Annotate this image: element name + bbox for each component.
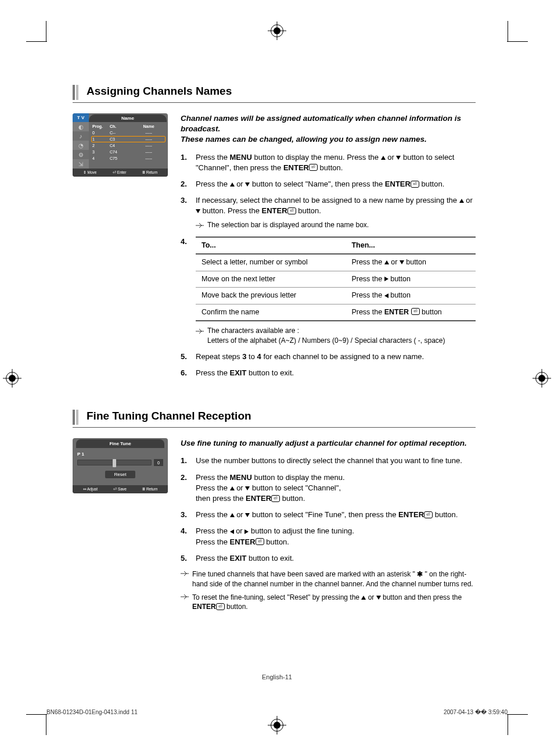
sub-note: The selection bar is displayed around th…: [207, 220, 369, 231]
osd-sidebar-icons: ◐ ♪ ◔ ⚙ ⇲: [73, 122, 89, 169]
footnote: Fine tuned channels that have been saved…: [181, 569, 476, 589]
heading-text: Assigning Channels Names: [87, 85, 232, 100]
enter-icon: ⏎: [411, 181, 419, 188]
enter-icon: ⏎: [256, 538, 264, 545]
heading-text: Fine Tuning Channel Reception: [87, 410, 251, 425]
print-footer: BN68-01234D-01Eng-0413.indd 11 2007-04-1…: [46, 709, 508, 715]
down-arrow-icon: [400, 260, 404, 264]
enter-icon: ⏎: [271, 495, 280, 502]
step-item: Repeat steps 3 to 4 for each channel to …: [181, 352, 476, 362]
table-header: Then...: [346, 237, 476, 255]
osd-hint-return: Ⅲ Return: [142, 170, 157, 175]
left-arrow-icon: [230, 529, 234, 534]
table-row: Select a letter, number or symbol Press …: [196, 254, 476, 271]
slider-thumb-icon: [113, 459, 116, 467]
step-item: Press the EXIT button to exit.: [181, 553, 476, 564]
osd-col-name: Name: [133, 124, 164, 128]
step-item: To... Then... Select a letter, number or…: [181, 237, 476, 346]
step-item: Press the or button to adjust the fine t…: [181, 526, 476, 547]
setup-icon: ⚙: [73, 150, 89, 159]
enter-icon: ⏎: [216, 603, 225, 610]
source-file: BN68-01234D-01Eng-0413.indd 11: [46, 709, 138, 715]
note-arrow-icon: [196, 326, 207, 346]
channel-icon: ◔: [73, 141, 89, 150]
registration-mark-icon: [271, 719, 283, 732]
up-arrow-icon: [384, 260, 389, 264]
step-item: Press the MENU button to display the men…: [181, 472, 476, 504]
table-row: Move back the previous letter Press the …: [196, 288, 476, 304]
osd-name-menu: T V Name ◐ ♪ ◔ ⚙ ⇲ Prog. Ch.: [73, 113, 168, 177]
enter-icon: ⏎: [309, 164, 318, 171]
print-timestamp: 2007-04-13 �� 3:59:40: [444, 709, 508, 715]
input-icon: ⇲: [73, 159, 89, 169]
up-arrow-icon: [230, 182, 235, 187]
osd-row: 4 C75 -----: [91, 155, 166, 162]
note-arrow-icon: [196, 220, 207, 231]
step-item: If necessary, select the channel to be a…: [181, 195, 476, 231]
registration-mark-icon: [535, 372, 548, 385]
fine-tune-slider: [77, 460, 152, 465]
up-arrow-icon: [381, 156, 386, 160]
step-item: Press the or button to select "Name", th…: [181, 179, 476, 189]
footnote: To reset the fine-tuning, select "Reset"…: [181, 593, 476, 612]
enter-icon: ⏎: [424, 511, 433, 518]
fine-tune-value: 0: [154, 459, 163, 466]
down-arrow-icon: [196, 209, 200, 213]
osd-title: Fine Tune: [76, 439, 164, 448]
osd-hint-move: ⇕ Move: [83, 170, 97, 175]
table-row: Move on the next letter Press the button: [196, 271, 476, 288]
osd-fine-tune: Fine Tune P 1 0 Reset ⇔ Adjust ⏎ Save Ⅲ …: [73, 438, 168, 493]
registration-mark-icon: [6, 372, 19, 385]
intro-text: Use fine tuning to manually adjust a par…: [181, 438, 476, 449]
section-heading: Assigning Channels Names: [73, 85, 476, 100]
osd-col-prog: Prog.: [92, 124, 110, 128]
table-row: Confirm the name Press the ENTER ⏎ butto…: [196, 304, 476, 321]
step-item: Press the EXIT button to exit.: [181, 368, 476, 378]
osd-col-ch: Ch.: [110, 124, 133, 128]
osd-hint-return: Ⅲ Return: [142, 487, 157, 492]
osd-title: Name: [89, 114, 167, 122]
osd-hint-save: ⏎ Save: [113, 487, 127, 492]
osd-program-label: P 1: [77, 452, 163, 457]
action-table: To... Then... Select a letter, number or…: [196, 237, 476, 322]
down-arrow-icon: [376, 596, 381, 600]
step-item: Use the number buttons to directly selec…: [181, 456, 476, 466]
note-arrow-icon: [181, 569, 192, 589]
section-heading: Fine Tuning Channel Reception: [73, 410, 476, 425]
intro-text: Channel names will be assigned automatic…: [181, 113, 476, 145]
osd-hint-adjust: ⇔ Adjust: [83, 487, 98, 492]
osd-reset-button: Reset: [105, 471, 135, 478]
registration-mark-icon: [271, 24, 283, 37]
sound-icon: ♪: [73, 131, 89, 141]
osd-hint-enter: ⏎ Enter: [113, 170, 126, 175]
left-arrow-icon: [384, 293, 388, 298]
osd-row: 0 C-- -----: [91, 130, 166, 136]
up-arrow-icon: [230, 486, 235, 490]
osd-row: 3 C74 -----: [91, 149, 166, 155]
right-arrow-icon: [384, 277, 388, 281]
enter-icon: ⏎: [287, 207, 296, 214]
enter-icon: ⏎: [411, 308, 420, 315]
step-item: Press the or button to select "Fine Tune…: [181, 510, 476, 520]
step-item: Press the MENU button to display the men…: [181, 152, 476, 173]
picture-icon: ◐: [73, 122, 89, 131]
page-number: English-11: [0, 673, 554, 680]
osd-row: 2 C4 -----: [91, 142, 166, 149]
sub-note: The characters available are : Letters o…: [207, 326, 445, 346]
up-arrow-icon: [230, 513, 235, 517]
osd-row-selected: 1 C3 -----: [91, 136, 166, 142]
note-arrow-icon: [181, 593, 192, 612]
table-header: To...: [196, 237, 346, 255]
osd-tv-label: T V: [73, 113, 89, 122]
up-arrow-icon: [459, 199, 464, 203]
